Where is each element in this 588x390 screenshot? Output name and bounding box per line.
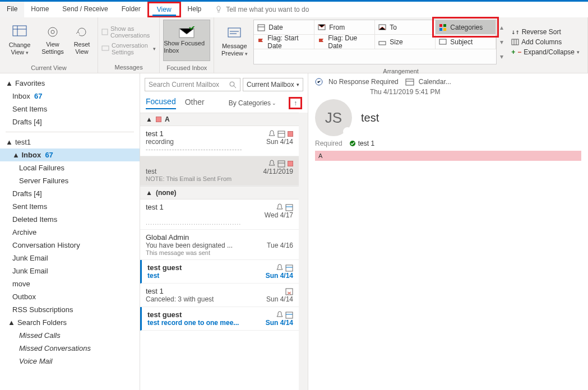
change-view-icon xyxy=(12,25,27,39)
reset-view-button[interactable]: Reset View xyxy=(70,20,94,61)
content-area: ▲ Favorites Inbox 67 Sent Items Drafts [… xyxy=(0,73,588,390)
menu-view[interactable]: View xyxy=(152,4,176,16)
search-scope-dropdown[interactable]: Current Mailbox▾ xyxy=(243,78,303,91)
nav-missed-conversations[interactable]: Missed Conversations xyxy=(0,342,140,355)
no-response-icon xyxy=(315,78,324,86)
search-folders-header[interactable]: ▲ Search Folders xyxy=(0,316,140,329)
arrange-by-subject[interactable]: Subject xyxy=(436,35,496,49)
change-view-button[interactable]: Change View xyxy=(3,20,36,61)
required-attendee[interactable]: test 1 xyxy=(349,140,374,147)
favorites-header[interactable]: ▲ Favorites xyxy=(0,77,140,90)
nav-favorite-drafts[interactable]: Drafts [4] xyxy=(0,115,140,128)
nav-conversation-history[interactable]: Conversation History xyxy=(0,239,140,252)
calendar-link[interactable]: Calendar... xyxy=(419,78,451,86)
show-focused-inbox-button[interactable]: Show Focused Inbox xyxy=(163,20,210,61)
nav-deleted-items[interactable]: Deleted Items xyxy=(0,213,140,226)
view-settings-button[interactable]: View Settings xyxy=(38,20,67,61)
nav-missed-calls[interactable]: Missed Calls xyxy=(0,329,140,342)
nav-favorite-inbox[interactable]: Inbox 67 xyxy=(0,90,140,103)
nav-inbox[interactable]: ▲ Inbox 67 xyxy=(0,148,140,161)
svg-rect-3 xyxy=(102,29,108,35)
search-input[interactable]: Search Current Mailbox xyxy=(145,78,240,91)
calendar-icon xyxy=(405,78,414,86)
lightbulb-icon xyxy=(215,6,223,13)
add-columns-button[interactable]: Add Columns xyxy=(511,38,580,46)
menu-home[interactable]: Home xyxy=(24,2,55,17)
nav-local-failures[interactable]: Local Failures xyxy=(0,161,140,174)
svg-point-1 xyxy=(48,27,57,36)
nav-rss[interactable]: RSS Subscriptions xyxy=(0,303,140,316)
arrange-by-date[interactable]: Date xyxy=(254,20,314,35)
reverse-sort-button[interactable]: ↓↑Reverse Sort xyxy=(511,28,580,36)
menu-send-receive[interactable]: Send / Receive xyxy=(55,2,114,17)
arrange-by-from[interactable]: From xyxy=(314,20,375,35)
menu-folder[interactable]: Folder xyxy=(115,2,147,17)
sort-direction-button[interactable]: ↑ xyxy=(294,99,297,107)
nav-junk-email-2[interactable]: Junk Email xyxy=(0,264,140,277)
arrange-by-size[interactable]: Size xyxy=(375,35,436,49)
nav-server-failures[interactable]: Server Failures xyxy=(0,174,140,187)
ribbon-group-arrangement: Message Preview Date From To Categories … xyxy=(214,17,588,73)
tab-focused[interactable]: Focused xyxy=(146,97,176,109)
svg-point-2 xyxy=(51,30,54,34)
focused-inbox-icon xyxy=(178,26,195,40)
flag-icon xyxy=(257,38,264,46)
ribbon-group-messages: Show as Conversations Conversation Setti… xyxy=(98,17,160,73)
group-label-current-view: Current View xyxy=(0,63,98,73)
message-list-scrollbar[interactable] xyxy=(299,113,308,390)
ribbon: Change View View Settings Reset View Cur… xyxy=(0,17,588,73)
sender-avatar[interactable]: JS xyxy=(315,99,352,136)
nav-drafts[interactable]: Drafts [4] xyxy=(0,187,140,200)
message-item[interactable]: test 1Canceled: 3 with guestSun 4/14 xyxy=(140,284,299,307)
tell-me-search[interactable]: Tell me what you want to do xyxy=(208,2,316,17)
nav-move[interactable]: move xyxy=(0,277,140,290)
highlight-view-tab: View xyxy=(147,2,181,17)
message-item[interactable]: test 1Wed 4/17..........................… xyxy=(140,199,299,230)
svg-rect-12 xyxy=(439,28,442,31)
svg-rect-0 xyxy=(13,26,26,36)
message-item[interactable]: test guesttest record one to one mee...S… xyxy=(140,307,299,331)
date-icon xyxy=(257,24,265,31)
svg-rect-6 xyxy=(228,28,240,37)
nav-archive[interactable]: Archive xyxy=(0,226,140,239)
categories-icon xyxy=(439,24,447,31)
arrange-by-flag-due[interactable]: Flag: Due Date xyxy=(314,35,375,49)
nav-outbox[interactable]: Outbox xyxy=(0,290,140,303)
group-label-focused: Focused Inbox xyxy=(160,63,214,73)
ribbon-group-focused-inbox: Show Focused Inbox Focused Inbox xyxy=(160,17,214,73)
menu-help[interactable]: Help xyxy=(181,2,209,17)
nav-sent-items[interactable]: Sent Items xyxy=(0,200,140,213)
svg-rect-20 xyxy=(286,205,293,211)
show-conversations-checkbox: Show as Conversations xyxy=(101,25,156,39)
nav-voice-mail[interactable]: Voice Mail xyxy=(0,355,140,368)
nav-junk-email-1[interactable]: Junk Email xyxy=(0,252,140,264)
message-item[interactable]: test4/11/2019NOTE: This Email is Sent Fr… xyxy=(140,156,299,186)
message-item[interactable]: test guesttestSun 4/14 xyxy=(140,260,299,284)
category-bar[interactable]: A xyxy=(315,151,581,161)
nav-favorite-sent[interactable]: Sent Items xyxy=(0,103,140,115)
message-item[interactable]: Global AdminYou have been designated ...… xyxy=(140,230,299,260)
arrange-by-categories[interactable]: Categories xyxy=(436,20,496,35)
svg-rect-18 xyxy=(278,131,285,137)
sort-by-dropdown[interactable]: By Categories ⌄ xyxy=(229,99,276,107)
gallery-scroll[interactable]: ▴▾▾ xyxy=(499,20,504,64)
conv-settings-icon xyxy=(101,45,109,52)
reading-pane: No Response Required Calendar... Thu 4/1… xyxy=(308,73,588,390)
message-item[interactable]: test 1recordingSun 4/14-----------------… xyxy=(140,126,299,156)
menubar: File Home Send / Receive Folder View Hel… xyxy=(0,2,588,17)
category-group-header[interactable]: ▲ (none) xyxy=(140,186,299,199)
account-header[interactable]: ▲ test1 xyxy=(0,136,140,148)
expand-collapse-button[interactable]: +− Expand/Collapse xyxy=(511,48,580,56)
highlight-sort-direction: ↑ xyxy=(289,97,302,109)
arrange-by-to[interactable]: To xyxy=(375,20,436,35)
svg-rect-13 xyxy=(443,28,446,31)
menu-file[interactable]: File xyxy=(0,2,24,17)
message-preview-button[interactable]: Message Preview xyxy=(217,21,251,63)
message-list[interactable]: ▲ Atest 1recordingSun 4/14--------------… xyxy=(140,113,299,390)
tab-other[interactable]: Other xyxy=(185,97,205,109)
subject-icon xyxy=(439,39,447,45)
category-group-header[interactable]: ▲ A xyxy=(140,113,299,126)
arrange-by-flag-start[interactable]: Flag: Start Date xyxy=(254,35,314,49)
arrangement-gallery[interactable]: Date From To Categories Flag: Start Date… xyxy=(253,20,497,64)
svg-rect-4 xyxy=(102,46,109,50)
